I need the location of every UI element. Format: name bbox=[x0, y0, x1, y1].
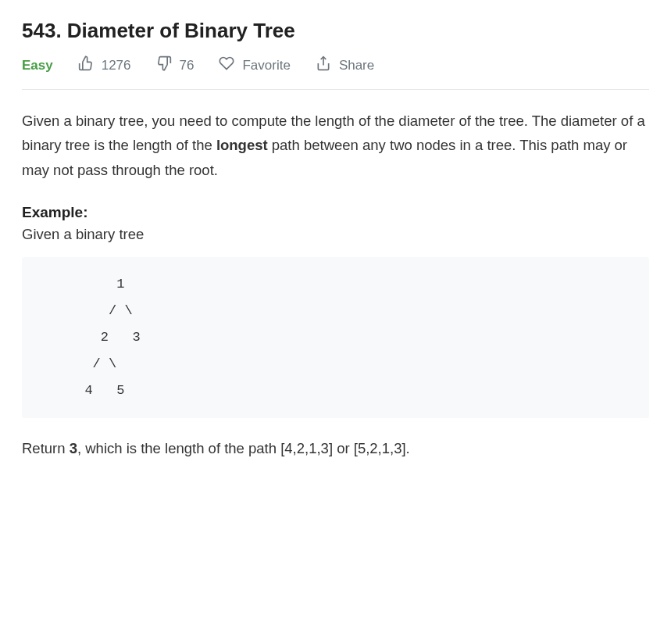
share-button[interactable]: Share bbox=[316, 55, 374, 75]
like-count: 1276 bbox=[102, 58, 131, 73]
example-label: Example: bbox=[22, 204, 649, 221]
difficulty-badge: Easy bbox=[22, 58, 53, 73]
like-button[interactable]: 1276 bbox=[78, 55, 131, 75]
tree-diagram: 1 / \ 2 3 / \ 4 5 bbox=[22, 257, 649, 418]
favorite-button[interactable]: Favorite bbox=[219, 55, 290, 75]
result-text: Return 3, which is the length of the pat… bbox=[22, 437, 649, 460]
problem-title: 543. Diameter of Binary Tree bbox=[22, 19, 649, 43]
share-label: Share bbox=[339, 58, 374, 73]
favorite-label: Favorite bbox=[242, 58, 290, 73]
thumbs-up-icon bbox=[78, 55, 94, 75]
problem-description: Given a binary tree, you need to compute… bbox=[22, 109, 649, 182]
thumbs-down-icon bbox=[156, 55, 172, 75]
share-icon bbox=[316, 55, 331, 75]
dislike-button[interactable]: 76 bbox=[156, 55, 195, 75]
dislike-count: 76 bbox=[180, 58, 195, 73]
meta-row: Easy 1276 76 Favorite Share bbox=[22, 55, 649, 90]
heart-icon bbox=[219, 55, 234, 75]
example-intro: Given a binary tree bbox=[22, 226, 649, 243]
